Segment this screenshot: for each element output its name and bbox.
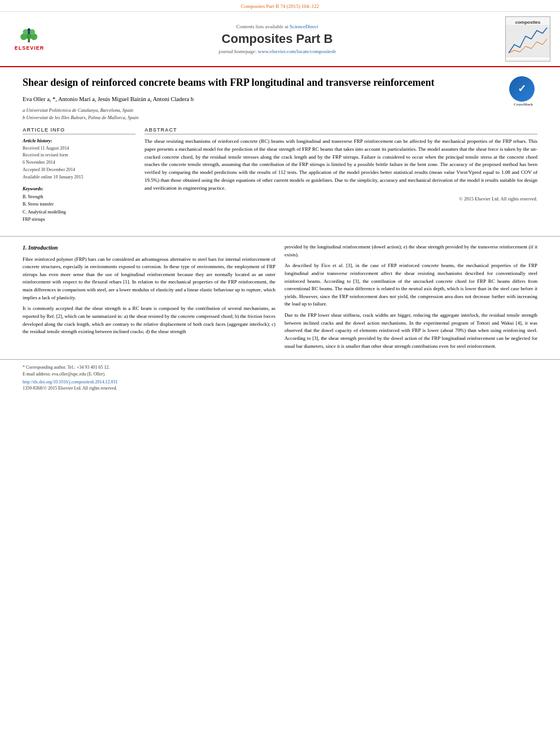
body-para-2: As described by Fico et al. [3], in the … [285, 262, 537, 308]
svg-rect-7 [28, 31, 29, 34]
affiliations: a Universitat Politècnica de Catalunya, … [23, 107, 537, 121]
header-logo-area: ELSEVIER [7, 16, 52, 62]
header-right: composites [502, 16, 553, 62]
abstract-text: The shear resisting mechanisms of reinfo… [145, 138, 537, 193]
abstract-heading: ABSTRACT [145, 127, 537, 134]
journal-homepage: journal homepage: www.elsevier.com/locat… [218, 49, 335, 54]
header-center: Contents lists available at ScienceDirec… [58, 16, 497, 62]
keywords-title: Keywords: [23, 186, 135, 191]
history-title: Article history: [23, 138, 135, 143]
article-footer: * Corresponding author. Tel.: +34 93 401… [0, 359, 560, 394]
body-two-col: 1. Introduction Fibre reinforced polymer… [0, 243, 560, 353]
intro-heading: 1. Introduction [23, 243, 275, 252]
corresponding-note: * Corresponding author. Tel.: +34 93 401… [23, 364, 537, 371]
keyword-2: C. Analytical modelling [23, 208, 135, 216]
affiliation-b: b Universitat de les Illes Balears, Palm… [23, 114, 537, 121]
composites-logo: composites [505, 16, 550, 62]
keyword-1: B. Stress transfer [23, 200, 135, 208]
revised-date: 6 November 2014 [23, 159, 135, 167]
article-content: Shear design of reinforced concrete beam… [0, 67, 560, 229]
crossmark-icon: ✓ [509, 76, 535, 102]
accepted-date: Accepted 30 December 2014 [23, 167, 135, 174]
elsevier-logo: ELSEVIER [15, 27, 45, 51]
homepage-link[interactable]: www.elsevier.com/locate/compositesb [258, 49, 336, 54]
elsevier-tree-icon [15, 27, 43, 44]
body-col-1: 1. Introduction Fibre reinforced polymer… [23, 243, 275, 353]
journal-top-bar: Composites Part B 74 (2015) 104–122 [0, 0, 560, 12]
sciencedirect-link[interactable]: ScienceDirect [290, 24, 318, 29]
elsevier-label: ELSEVIER [15, 45, 45, 51]
available-date: Available online 10 January 2015 [23, 174, 135, 181]
revised-label: Received in revised form [23, 152, 135, 159]
email-note: E-mail address: eva.oller@upc.edu (E. Ol… [23, 371, 537, 378]
composites-label: composites [515, 20, 540, 25]
article-meta-two-col: ARTICLE INFO Article history: Received 1… [23, 127, 537, 224]
body-para-1: provided by the longitudinal reinforceme… [285, 243, 537, 259]
copyright-line: © 2015 Elsevier Ltd. All rights reserved… [145, 196, 537, 202]
crossmark-label: CrossMark [509, 102, 537, 107]
svg-rect-8 [506, 25, 550, 58]
body-col-2: provided by the longitudinal reinforceme… [285, 243, 537, 353]
doi-link[interactable]: http://dx.doi.org/10.1016/j.compositesb.… [23, 379, 537, 385]
article-info-col: ARTICLE INFO Article history: Received 1… [23, 127, 135, 224]
contents-text: Contents lists available at ScienceDirec… [237, 24, 318, 29]
article-history: Article history: Received 11 August 2014… [23, 138, 135, 181]
crossmark-badge: ✓ CrossMark [509, 76, 537, 104]
intro-para-2: It is commonly accepted that the shear s… [23, 305, 275, 336]
article-title: Shear design of reinforced concrete beam… [23, 76, 537, 89]
journal-citation: Composites Part B 74 (2015) 104–122 [241, 3, 320, 9]
page: Composites Part B 74 (2015) 104–122 ELSE… [0, 0, 560, 747]
article-info-heading: ARTICLE INFO [23, 127, 135, 134]
affiliation-a: a Universitat Politècnica de Catalunya, … [23, 107, 537, 114]
svg-point-6 [28, 28, 30, 31]
keyword-3: FRP stirrups [23, 216, 135, 224]
section-divider [0, 236, 560, 237]
journal-name: Composites Part B [222, 32, 333, 46]
intro-para-1: Fibre reinforced polymer (FRP) bars can … [23, 256, 275, 302]
authors-line: Eva Oller a, *, Antonio Marí a, Jesús Mi… [23, 95, 537, 104]
header-area: ELSEVIER Contents lists available at Sci… [0, 12, 560, 67]
composites-chart-icon [506, 25, 550, 59]
issn-line: 1359-8368/© 2015 Elsevier Ltd. All right… [23, 386, 537, 391]
keywords-section: Keywords: B. Strength B. Stress transfer… [23, 186, 135, 224]
abstract-col: ABSTRACT The shear resisting mechanisms … [145, 127, 537, 224]
keyword-0: B. Strength [23, 193, 135, 201]
received-date: Received 11 August 2014 [23, 145, 135, 152]
body-para-3: Due to the FRP lower shear stiffness, cr… [285, 312, 537, 350]
